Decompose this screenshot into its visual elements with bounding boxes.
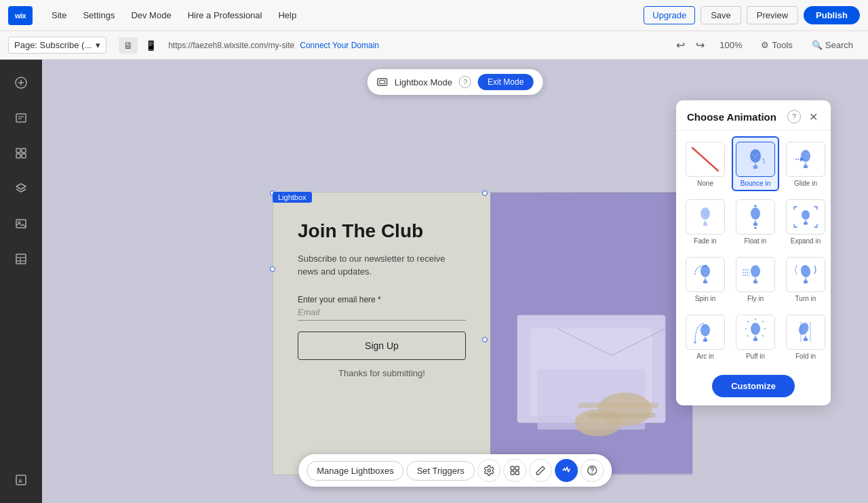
svg-point-37 [753, 154, 755, 156]
resize-handle-topcenter[interactable] [482, 190, 488, 196]
svg-rect-6 [16, 148, 20, 153]
signup-button[interactable]: Sign Up [298, 331, 466, 360]
pages-button[interactable] [6, 103, 36, 133]
lightbox-mode-bar: Lightbox Mode ? Exit Mode [368, 69, 543, 95]
save-button[interactable]: Save [701, 6, 741, 24]
set-triggers-button[interactable]: Set Triggers [407, 461, 475, 481]
preview-button[interactable]: Preview [747, 6, 798, 24]
undo-icon[interactable]: ↩ [673, 36, 688, 54]
svg-point-69 [753, 269, 754, 270]
animation-bounce-in[interactable]: Bounce in [732, 136, 779, 191]
svg-point-35 [750, 149, 761, 163]
redo-icon[interactable]: ↪ [693, 36, 707, 54]
animation-fly-in-label: Fly in [747, 295, 764, 302]
svg-rect-48 [703, 223, 707, 226]
svg-point-78 [807, 269, 808, 270]
svg-point-60 [807, 213, 808, 214]
text-button[interactable]: A [6, 465, 36, 495]
lightbox-help-icon[interactable]: ? [459, 76, 471, 88]
svg-rect-29 [515, 466, 519, 470]
settings-icon-button[interactable] [477, 459, 500, 482]
svg-rect-58 [804, 222, 808, 225]
layout-icon-button[interactable] [503, 459, 526, 482]
animation-fade-in-label: Fade in [694, 237, 716, 245]
exit-mode-button[interactable]: Exit Mode [478, 74, 533, 90]
lightbox-subtitle: Subscribe to our newsletter to receive n… [298, 252, 466, 279]
svg-rect-31 [515, 471, 519, 475]
animation-fade-in[interactable]: Fade in [682, 194, 729, 249]
layers-button[interactable] [6, 174, 36, 203]
svg-line-96 [762, 336, 764, 336]
panel-close-button[interactable]: ✕ [806, 110, 820, 123]
svg-point-57 [802, 210, 810, 220]
edit-icon-button[interactable] [529, 459, 552, 482]
email-field-label: Enter your email here * [298, 295, 466, 304]
email-input[interactable]: Email [298, 307, 466, 321]
nav-site[interactable]: Site [45, 7, 73, 24]
manage-lightboxes-button[interactable]: Manage Lightboxes [307, 461, 403, 481]
search-button[interactable]: 🔍 Search [805, 37, 860, 54]
nav-hire[interactable]: Hire a Professional [181, 7, 269, 24]
add-elements-button[interactable] [6, 68, 36, 98]
panel-help-icon[interactable]: ? [787, 110, 801, 123]
animation-arc-in[interactable]: Arc in [682, 309, 729, 364]
resize-handle-bottomcenter[interactable] [482, 337, 488, 342]
animation-expand-in[interactable]: Expand in [782, 194, 829, 249]
upgrade-button[interactable]: Upgrade [644, 6, 695, 24]
grid-button[interactable] [6, 138, 36, 168]
tools-label: Tools [772, 40, 792, 50]
nav-help[interactable]: Help [271, 7, 303, 24]
lightbox-mode-label: Lightbox Mode [395, 77, 452, 87]
animation-spin-in[interactable]: Spin in [682, 252, 729, 306]
animation-bounce-in-icon [736, 142, 775, 177]
animation-expand-in-label: Expand in [791, 237, 821, 245]
lightbox-form: Join The Club Subscribe to our newslette… [273, 193, 490, 475]
page-selector[interactable]: Page: Subscribe (... ▾ [8, 37, 106, 54]
svg-line-34 [692, 148, 718, 171]
tools-button[interactable]: ⚙ Tools [754, 37, 799, 54]
connect-domain-link[interactable]: Connect Your Domain [300, 41, 379, 50]
svg-rect-3 [16, 114, 26, 122]
svg-point-101 [807, 327, 808, 328]
nav-devmode[interactable]: Dev Mode [124, 7, 178, 24]
svg-point-64 [703, 269, 704, 270]
second-nav: Page: Subscribe (... ▾ 🖥 📱 https://faeze… [0, 31, 868, 60]
animation-float-in[interactable]: Float in [732, 194, 779, 249]
bottom-toolbar: Manage Lightboxes Set Triggers [298, 454, 612, 487]
svg-rect-28 [511, 466, 514, 470]
nav-settings[interactable]: Settings [76, 7, 121, 24]
animation-puff-in[interactable]: Puff in [732, 309, 779, 364]
svg-point-61 [805, 216, 806, 217]
svg-point-46 [805, 157, 806, 158]
zoom-display[interactable]: 100% [713, 37, 749, 54]
svg-point-54 [753, 212, 754, 213]
left-sidebar: A [0, 60, 42, 503]
svg-line-97 [747, 336, 749, 336]
lightbox-image [490, 193, 692, 475]
customize-button[interactable]: Customize [712, 375, 795, 397]
animation-fly-in[interactable]: Fly in [732, 252, 779, 306]
panel-header: Choose Animation ? ✕ [676, 100, 831, 131]
svg-point-79 [805, 272, 806, 273]
resize-handle-middleleft[interactable] [270, 266, 275, 272]
animation-fold-in[interactable]: Fold in [782, 309, 829, 364]
help-icon-button[interactable] [580, 459, 604, 482]
svg-rect-30 [511, 471, 514, 475]
svg-point-50 [707, 212, 708, 213]
svg-point-88 [753, 327, 754, 328]
image-button[interactable] [6, 209, 36, 239]
svg-point-38 [757, 154, 759, 156]
animation-turn-in[interactable]: Turn in [782, 252, 829, 306]
animation-icon-button[interactable] [555, 459, 578, 482]
animation-arc-in-label: Arc in [696, 353, 714, 360]
mobile-icon[interactable]: 📱 [140, 37, 161, 54]
animation-none[interactable]: None [682, 136, 729, 191]
table-button[interactable] [6, 244, 36, 274]
svg-rect-53 [753, 223, 757, 226]
publish-button[interactable]: Publish [804, 6, 860, 24]
desktop-icon[interactable]: 🖥 [119, 37, 138, 54]
animation-glide-in[interactable]: Glide in [782, 136, 829, 191]
svg-point-85 [694, 341, 696, 344]
device-icons: 🖥 📱 [119, 37, 161, 54]
svg-text:A: A [18, 478, 22, 484]
